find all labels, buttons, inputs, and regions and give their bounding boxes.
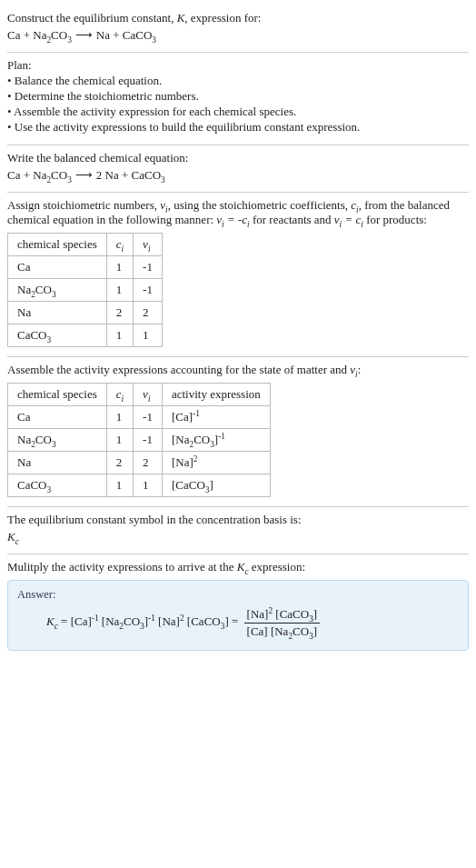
- txt: Assemble the activity expressions accoun…: [7, 363, 350, 376]
- cell: [Ca]-1: [162, 406, 270, 429]
- cell: -1: [134, 279, 163, 302]
- stoich-intro: Assign stoichiometric numbers, νi, using…: [7, 198, 469, 227]
- cell: CaCO3: [8, 324, 107, 347]
- table-row: Na2CO31-1: [8, 279, 163, 302]
- table-row: Na2CO31-1[Na2CO3]-1: [8, 429, 271, 452]
- txt: expression:: [249, 560, 305, 574]
- cell: -1: [134, 429, 163, 452]
- col-vi: νi: [134, 234, 163, 256]
- balanced-equation: Ca + Na2CO3⟶2 Na + CaCO3: [7, 168, 469, 183]
- cell: Na2CO3: [8, 429, 107, 452]
- cell: 1: [106, 324, 133, 347]
- txt: Assign stoichiometric numbers,: [7, 198, 160, 212]
- table-row: Ca1-1[Ca]-1: [8, 406, 271, 429]
- kc-symbol: Kc: [7, 530, 469, 544]
- kc-expression: Kc = [Ca]-1 [Na2CO3]-1 [Na]2 [CaCO3] = […: [17, 607, 459, 639]
- problem-statement: Construct the equilibrium constant, K, e…: [7, 5, 469, 53]
- rel2: νi = ci: [334, 213, 363, 226]
- activity-section: Assemble the activity expressions accoun…: [7, 357, 469, 507]
- txt: for products:: [363, 213, 427, 226]
- balanced-title: Write the balanced chemical equation:: [7, 151, 469, 165]
- plan-section: Plan: • Balance the chemical equation. •…: [7, 53, 469, 145]
- unbalanced-equation: Ca + Na2CO3⟶Na + CaCO3: [7, 28, 469, 43]
- txt: , using the stoichiometric coefficients,: [168, 198, 352, 212]
- cell: CaCO3: [8, 474, 107, 497]
- plan-item: • Determine the stoichiometric numbers.: [7, 89, 469, 104]
- vi: νi: [350, 363, 357, 376]
- cell: Ca: [8, 406, 107, 429]
- plan-item: • Assemble the activity expression for e…: [7, 105, 469, 119]
- txt: :: [358, 363, 362, 376]
- vi: νi: [160, 198, 167, 212]
- cell: -1: [134, 256, 163, 279]
- cell: 1: [106, 279, 133, 302]
- cell: Ca: [8, 256, 107, 279]
- cell: [Na]2: [162, 452, 270, 474]
- table-row: CaCO311: [8, 324, 163, 347]
- txt: Mulitply the activity expressions to arr…: [7, 560, 237, 574]
- table-row: CaCO311[CaCO3]: [8, 474, 271, 497]
- table-header-row: chemical species ci νi: [8, 234, 163, 256]
- cell: 1: [134, 324, 163, 347]
- answer-section: Mulitply the activity expressions to arr…: [7, 554, 469, 660]
- txt: for reactants and: [250, 213, 334, 226]
- cell: [Na2CO3]-1: [162, 429, 270, 452]
- plan-item: • Use the activity expressions to build …: [7, 120, 469, 135]
- activity-intro: Assemble the activity expressions accoun…: [7, 363, 469, 377]
- plan-title: Plan:: [7, 58, 469, 73]
- activity-table: chemical species ci νi activity expressi…: [7, 383, 271, 497]
- ksymbol-text: The equilibrium constant symbol in the c…: [7, 513, 469, 527]
- cell: 2: [106, 452, 133, 474]
- problem-text: Construct the equilibrium constant, K, e…: [7, 11, 469, 25]
- cell: [CaCO3]: [162, 474, 270, 497]
- col-vi: νi: [134, 384, 163, 406]
- cell: 1: [106, 256, 133, 279]
- plan-list: • Balance the chemical equation. • Deter…: [7, 74, 469, 135]
- txt: Construct the equilibrium constant,: [7, 11, 177, 25]
- plan-item: • Balance the chemical equation.: [7, 74, 469, 88]
- cell: 1: [106, 429, 133, 452]
- cell: 1: [134, 474, 163, 497]
- cell: 1: [106, 406, 133, 429]
- col-ci: ci: [106, 384, 133, 406]
- table-row: Ca1-1: [8, 256, 163, 279]
- answer-label: Answer:: [17, 588, 459, 602]
- table-row: Na22: [8, 302, 163, 324]
- col-ci: ci: [106, 234, 133, 256]
- table-row: Na22[Na]2: [8, 452, 271, 474]
- stoich-table: chemical species ci νi Ca1-1 Na2CO31-1 N…: [7, 233, 163, 347]
- kc: Kc: [237, 560, 249, 574]
- txt: , expression for:: [184, 11, 261, 25]
- ci: ci: [351, 198, 358, 212]
- cell: 2: [106, 302, 133, 324]
- cell: 2: [134, 302, 163, 324]
- cell: -1: [134, 406, 163, 429]
- multiply-text: Mulitply the activity expressions to arr…: [7, 560, 469, 574]
- cell: Na: [8, 452, 107, 474]
- rel: νi = -ci: [216, 213, 249, 226]
- col-species: chemical species: [8, 234, 107, 256]
- col-species: chemical species: [8, 384, 107, 406]
- cell: 1: [106, 474, 133, 497]
- ksymbol-section: The equilibrium constant symbol in the c…: [7, 507, 469, 554]
- cell: 2: [134, 452, 163, 474]
- balanced-section: Write the balanced chemical equation: Ca…: [7, 145, 469, 193]
- answer-box: Answer: Kc = [Ca]-1 [Na2CO3]-1 [Na]2 [Ca…: [7, 580, 469, 651]
- cell: Na2CO3: [8, 279, 107, 302]
- cell: Na: [8, 302, 107, 324]
- col-activity: activity expression: [162, 384, 270, 406]
- table-header-row: chemical species ci νi activity expressi…: [8, 384, 271, 406]
- stoichiometric-section: Assign stoichiometric numbers, νi, using…: [7, 193, 469, 357]
